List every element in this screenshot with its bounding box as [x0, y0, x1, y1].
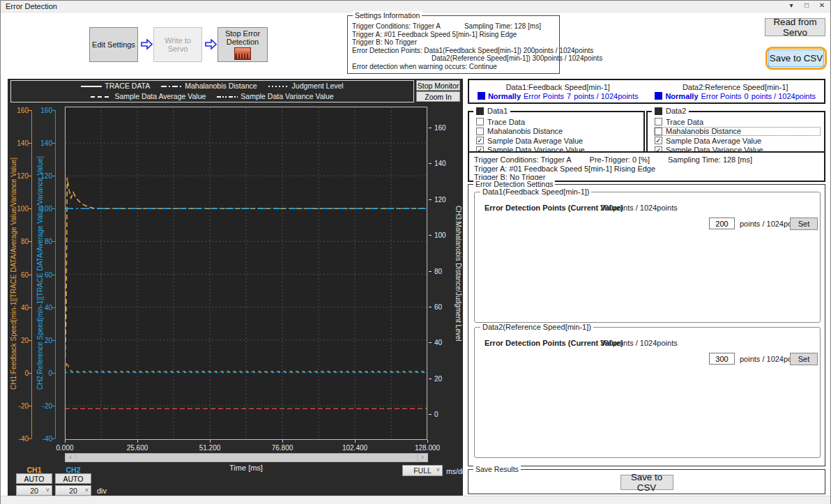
settings-information-title: Settings Information: [353, 11, 422, 20]
maximize-icon[interactable]: □: [802, 1, 811, 9]
close-icon[interactable]: ✕: [818, 1, 826, 9]
data2-set-button[interactable]: Set: [790, 353, 818, 365]
axis-tick-label: 40: [434, 339, 455, 346]
status-square-icon: [478, 92, 485, 100]
ch1-scale-dropdown[interactable]: 20˅: [16, 485, 52, 496]
data1-points-input[interactable]: [709, 217, 735, 229]
data1-set-button[interactable]: Set: [790, 217, 818, 230]
axis-tick-label: 20: [434, 375, 455, 383]
axis-tick-label: 20: [31, 337, 52, 344]
legend-line-sample: [81, 86, 102, 87]
data2-settings-group: Data2(Reference Speed[min-1]) Error Dete…: [474, 327, 821, 458]
checkbox[interactable]: ✓: [476, 137, 484, 144]
axis-tick-label: 100: [434, 231, 455, 239]
data1-group-label: Data1: [487, 107, 508, 115]
highlight-ring: Save to CSV: [765, 47, 827, 70]
plot-area[interactable]: [65, 107, 427, 440]
legend-label: Judgment Level: [292, 81, 344, 91]
error-detection-points-text: Error Detection Points: Data1(Feedback S…: [352, 47, 559, 55]
stop-error-detection-button[interactable]: Stop Error Detection: [218, 27, 268, 62]
error-detection-window: Error Detection ▾ □ ✕ Edit Settings Writ…: [0, 0, 831, 504]
read-from-servo-button[interactable]: Read from Servo: [765, 18, 825, 36]
save-to-csv-button-top[interactable]: Save to CSV: [768, 49, 824, 67]
legend-item: Sample Data Variance Value: [217, 91, 333, 102]
error-detection-points-text2: Data2(Reference Speed[min-1]) 300points …: [432, 54, 559, 63]
axis-tick-label: 120: [8, 172, 29, 180]
axis-tick-label: -20: [31, 402, 52, 410]
axis-tick-mark: [355, 440, 356, 443]
checkbox[interactable]: ✓: [655, 137, 662, 144]
data2-group-checkbox[interactable]: [655, 107, 662, 115]
ch1-sample-data-variance: [65, 362, 427, 372]
legend-label: Mahalanobis Distance: [185, 81, 257, 91]
timebase-dropdown[interactable]: FULL˅: [402, 465, 443, 476]
axis-tick-label: 80: [434, 268, 455, 275]
checkbox[interactable]: [476, 128, 484, 135]
legend-row: TRACE DATAMahalanobis DistanceJudgment L…: [11, 81, 413, 91]
data1-settings-group: Data1(Feedback Speed[min-1]) Error Detec…: [474, 192, 821, 323]
legend-item: Judgment Level: [268, 81, 344, 91]
axis-tick-label: 80: [31, 238, 52, 245]
ch2-auto-button[interactable]: AUTO: [55, 473, 91, 484]
axis-tick-label: 60: [8, 271, 29, 279]
div-label: div: [97, 487, 107, 495]
data2-display-group: Data2 Trace DataMahalanobis Distance✓Sam…: [646, 111, 825, 154]
axis-tick-label: 128.000: [415, 444, 440, 452]
horizontal-scrollbar[interactable]: ‹ ›: [65, 453, 428, 462]
flow-arrow-icon: [205, 39, 217, 49]
save-to-csv-button[interactable]: Save to CSV: [620, 475, 673, 490]
trigger-a-text: Trigger A: #01 Feedback Speed 5[min-1] R…: [474, 165, 824, 174]
ch3-axis-title: CH3:Mahalanobis Distance/Judgment Level: [454, 107, 462, 440]
monitor-panel: TRACE DATAMahalanobis DistanceJudgment L…: [8, 79, 463, 496]
axis-tick-label: 20: [8, 337, 29, 344]
axis-tick-label: 140: [31, 139, 52, 147]
legend-item: Sample Data Average Value: [91, 91, 206, 102]
pin-icon[interactable]: ▾: [787, 1, 795, 9]
checkbox-row: Mahalanobis Distance: [655, 128, 820, 135]
legend-line-sample: [161, 86, 182, 87]
axis-tick-label: -20: [8, 402, 29, 410]
axis-tick-label: 160: [31, 107, 52, 114]
checkbox[interactable]: [655, 118, 662, 125]
edit-settings-button[interactable]: Edit Settings: [89, 27, 138, 62]
data1-title: Data1:Feedback Speed[min-1]: [506, 83, 610, 91]
axis-tick-label: 0.000: [56, 444, 73, 452]
chart-legend: TRACE DATAMahalanobis DistanceJudgment L…: [10, 80, 414, 102]
axis-tick-mark: [429, 271, 432, 272]
ch2-scale-dropdown[interactable]: 20˅: [55, 485, 91, 496]
data1-group-checkbox[interactable]: [476, 107, 484, 115]
legend-line-sample: [217, 96, 238, 98]
checkbox[interactable]: [655, 128, 662, 135]
data2-points-input[interactable]: [709, 353, 735, 365]
ch1-axis-ticks: 160140120100806040200-20-40: [16, 79, 31, 496]
axis-tick-label: 60: [31, 271, 52, 279]
chevron-down-icon: ˅: [436, 466, 440, 473]
axis-tick-label: 51.200: [199, 444, 221, 452]
scroll-left-icon[interactable]: ‹: [66, 454, 76, 461]
axis-tick-label: 60: [434, 303, 455, 311]
ch2-axis-line: [55, 110, 56, 438]
time-axis-label: Time [ms]: [65, 464, 427, 472]
axis-tick-label: 100: [8, 205, 29, 213]
axis-tick-label: 160: [8, 107, 29, 114]
write-to-servo-button[interactable]: Write to Servo: [153, 27, 202, 62]
checkbox-label: Mahalanobis Distance: [666, 127, 741, 135]
data2-status: Normally Error Points 0 points / 1024poi…: [655, 92, 816, 100]
trigger-info-box: Trigger Conditions: Trigger A Pre-Trigge…: [468, 151, 825, 182]
checkbox[interactable]: [476, 118, 484, 125]
axis-tick-mark: [65, 440, 66, 443]
axis-tick-label: 140: [434, 160, 455, 167]
points-current-value: 300points / 1024points: [600, 339, 678, 347]
axis-tick-mark: [282, 440, 283, 443]
axis-tick-mark: [52, 438, 55, 439]
window-title: Error Detection: [6, 2, 57, 10]
ch1-auto-button[interactable]: AUTO: [16, 473, 52, 484]
settings-information-group: Settings Information Trigger Conditions:…: [347, 15, 560, 74]
x-axis-ticks: 0.00025.60051.20076.800102.400128.000: [65, 443, 427, 451]
error-detection-panel: Data1:Feedback Speed[min-1] Normally Err…: [466, 79, 827, 496]
legend-row: Sample Data Average ValueSample Data Var…: [11, 91, 413, 102]
legend-line-sample: [268, 86, 289, 87]
stop-error-detection-label: Stop Error Detection: [220, 29, 266, 46]
axis-tick-mark: [429, 342, 432, 343]
scroll-right-icon[interactable]: ›: [417, 454, 427, 461]
